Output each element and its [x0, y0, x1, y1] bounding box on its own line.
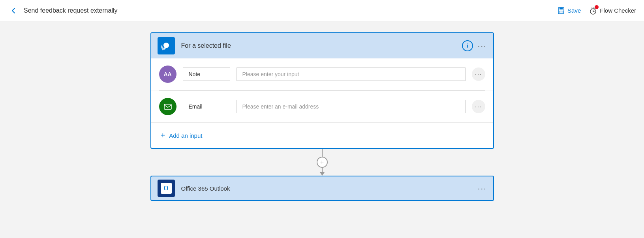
flow-checker-label: Flow Checker: [600, 7, 636, 14]
card-header-icon: [158, 37, 175, 54]
connector: +: [317, 149, 328, 176]
svg-rect-9: [164, 104, 171, 109]
email-avatar: [159, 98, 176, 115]
add-input-plus-icon: +: [161, 131, 165, 140]
card-header: For a selected file i ···: [151, 33, 493, 58]
connector-line-bottom: [322, 168, 323, 172]
bottom-card-more-button[interactable]: ···: [478, 184, 487, 193]
topbar: Send feedback request externally Save: [0, 0, 644, 21]
note-more-button[interactable]: ···: [472, 67, 485, 81]
connector-arrow-down-icon: [319, 172, 325, 176]
add-input-row[interactable]: + Add an input: [151, 123, 493, 148]
svg-line-6: [591, 7, 592, 9]
svg-rect-1: [560, 7, 563, 9]
header-more-button[interactable]: ···: [478, 41, 487, 51]
email-input-field[interactable]: Please enter an e-mail address: [237, 100, 466, 113]
connector-add-button[interactable]: +: [317, 157, 328, 168]
canvas: For a selected file i ··· AA Note: [0, 21, 644, 238]
email-icon: [163, 102, 172, 111]
save-label: Save: [567, 7, 581, 14]
email-label-field[interactable]: Email: [183, 100, 230, 113]
note-input-row: AA Note Please enter your input ···: [151, 58, 493, 90]
note-label-field[interactable]: Note: [183, 67, 230, 81]
page-title: Send feedback request externally: [24, 7, 117, 14]
note-input-field[interactable]: Please enter your input: [237, 67, 466, 81]
connector-line-top: [322, 149, 323, 157]
info-button[interactable]: i: [462, 40, 473, 51]
svg-rect-2: [559, 11, 563, 13]
back-button[interactable]: [8, 5, 19, 16]
bottom-card-title: Office 365 Outlook: [181, 185, 471, 192]
note-avatar: AA: [159, 66, 176, 83]
outlook-icon: O: [158, 180, 175, 197]
add-input-label: Add an input: [169, 132, 202, 139]
outlook-icon-inner: O: [161, 183, 172, 194]
notification-dot: [595, 5, 599, 9]
email-input-row: Email Please enter an e-mail address ···: [151, 91, 493, 123]
bottom-card: O Office 365 Outlook ···: [150, 176, 494, 201]
save-button[interactable]: Save: [557, 7, 581, 15]
save-icon: [557, 7, 565, 15]
email-more-button[interactable]: ···: [472, 100, 485, 113]
card-header-title: For a selected file: [181, 42, 456, 49]
topbar-left: Send feedback request externally: [8, 5, 117, 16]
topbar-right: Save Flow Checker: [557, 6, 636, 15]
flow-checker-icon: [589, 6, 597, 15]
flow-checker-button[interactable]: Flow Checker: [589, 6, 636, 15]
card-header-actions: i ···: [462, 40, 487, 51]
main-card: For a selected file i ··· AA Note: [150, 32, 494, 149]
card-body: AA Note Please enter your input ···: [151, 58, 493, 148]
connector-arrow: [319, 168, 325, 176]
